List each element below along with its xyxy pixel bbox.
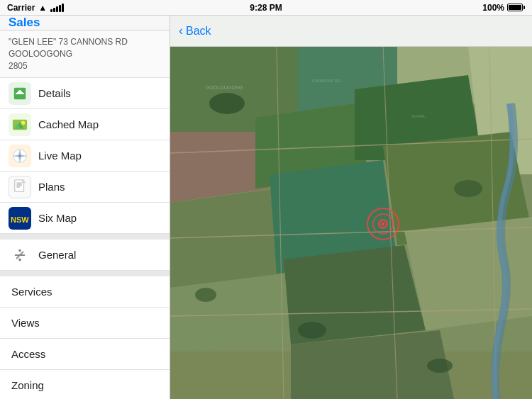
signal-icon bbox=[50, 4, 64, 12]
cached-map-icon bbox=[9, 113, 31, 136]
list-section: Services Views Access Zoning Topography … bbox=[0, 271, 170, 399]
six-map-icon: NSW bbox=[9, 207, 31, 230]
svg-point-19 bbox=[18, 249, 21, 252]
menu-item-six-map[interactable]: NSW Six Map bbox=[0, 203, 170, 234]
back-label: Back bbox=[186, 25, 211, 38]
list-item-services[interactable]: Services bbox=[0, 276, 170, 308]
list-item-access[interactable]: Access bbox=[0, 339, 170, 370]
svg-point-20 bbox=[18, 258, 21, 261]
svg-rect-14 bbox=[16, 186, 20, 187]
sidebar-nav-header: Sales bbox=[0, 16, 170, 30]
svg-point-55 bbox=[382, 223, 384, 225]
svg-rect-13 bbox=[16, 184, 21, 185]
map-svg: GOOLOOGONG CANNONS RD RURAL bbox=[170, 47, 532, 399]
menu-item-cached-map-label: Cached Map bbox=[38, 118, 99, 130]
menu-item-plans[interactable]: Plans bbox=[0, 172, 170, 203]
plans-icon bbox=[9, 176, 31, 198]
property-address: "GLEN LEE" 73 CANNONS RD GOOLOOGONG 2805 bbox=[0, 30, 170, 78]
app-container: Sales "GLEN LEE" 73 CANNONS RD GOOLOOGON… bbox=[0, 16, 532, 399]
menu-item-cached-map[interactable]: Cached Map bbox=[0, 109, 170, 140]
svg-rect-18 bbox=[15, 254, 26, 256]
menu-item-live-map-label: Live Map bbox=[38, 150, 82, 162]
svg-rect-12 bbox=[16, 182, 21, 183]
menu-item-general[interactable]: General bbox=[0, 240, 170, 271]
list-item-views[interactable]: Views bbox=[0, 308, 170, 339]
details-icon bbox=[9, 82, 31, 105]
svg-point-6 bbox=[21, 120, 26, 125]
menu-item-plans-label: Plans bbox=[38, 181, 65, 193]
sidebar-nav-title[interactable]: Sales bbox=[9, 16, 40, 30]
menu-section: Details Cached Map bbox=[0, 78, 170, 234]
svg-point-48 bbox=[454, 180, 482, 197]
status-left: Carrier ▲ bbox=[7, 3, 64, 13]
map-background[interactable]: GOOLOOGONG CANNONS RD RURAL bbox=[170, 47, 532, 399]
svg-marker-35 bbox=[404, 217, 532, 330]
back-button[interactable]: ‹ Back bbox=[179, 23, 211, 38]
live-map-icon bbox=[9, 145, 31, 167]
menu-item-general-label: General bbox=[38, 249, 76, 261]
svg-text:RURAL: RURAL bbox=[411, 114, 426, 118]
list-item-zoning[interactable]: Zoning bbox=[0, 370, 170, 399]
svg-point-46 bbox=[427, 359, 453, 373]
back-chevron-icon: ‹ bbox=[179, 23, 183, 38]
sidebar: Sales "GLEN LEE" 73 CANNONS RD GOOLOOGON… bbox=[0, 16, 170, 399]
svg-text:GOOLOOGONG: GOOLOOGONG bbox=[206, 85, 243, 90]
status-time: 9:28 PM bbox=[250, 3, 282, 13]
menu-item-details[interactable]: Details bbox=[0, 78, 170, 109]
wifi-icon: ▲ bbox=[38, 3, 47, 13]
map-container: ‹ Back bbox=[170, 16, 532, 399]
status-bar: Carrier ▲ 9:28 PM 100% bbox=[0, 0, 532, 16]
carrier-label: Carrier bbox=[7, 3, 35, 13]
map-nav-bar: ‹ Back bbox=[170, 16, 532, 47]
svg-point-44 bbox=[209, 93, 245, 114]
status-right: 100% bbox=[482, 3, 525, 13]
svg-text:CANNONS RD: CANNONS RD bbox=[312, 79, 341, 83]
menu-item-live-map[interactable]: Live Map bbox=[0, 140, 170, 172]
general-section: General bbox=[0, 234, 170, 271]
battery-icon bbox=[507, 4, 525, 11]
battery-percent: 100% bbox=[482, 3, 504, 13]
svg-point-45 bbox=[298, 322, 326, 339]
general-icon bbox=[9, 244, 31, 266]
svg-point-47 bbox=[195, 288, 216, 302]
menu-item-details-label: Details bbox=[38, 87, 71, 99]
menu-item-six-map-label: Six Map bbox=[38, 212, 77, 224]
svg-text:NSW: NSW bbox=[11, 215, 29, 224]
